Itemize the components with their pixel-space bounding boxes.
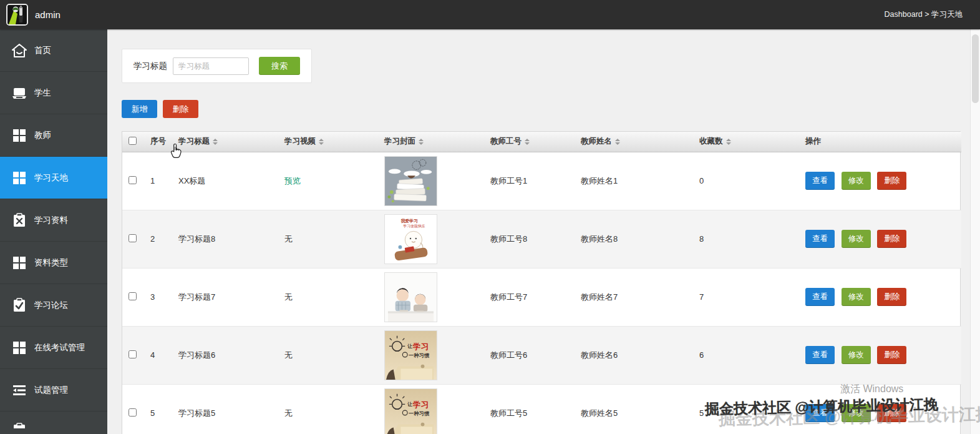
sidebar-item-learning-world[interactable]: 学习天地 [0,157,107,199]
column-header-favorites[interactable]: 收藏数 [694,132,800,152]
edit-button[interactable]: 修改 [842,288,871,306]
sidebar-item-label: 试题管理 [34,385,68,396]
sidebar-item-label: 学习天地 [34,172,68,184]
column-header-cover[interactable]: 学习封面 [379,132,485,152]
table-row: 4 学习标题6 无 让 学习 [122,326,961,384]
column-header-title[interactable]: 学习标题 [173,132,279,152]
cell-video: 无 [279,326,379,384]
cell-teacher-name: 教师姓名6 [576,326,694,384]
sidebar-item-question-management[interactable]: 试题管理 [0,369,107,412]
study-habit-wall-cover: 让 学习 一种习惯 [384,388,437,434]
study-habit-wall-cover: 让 学习 一种习惯 [384,330,437,380]
clipboard-x-icon [11,212,27,229]
cell-index: 4 [145,326,173,384]
view-button[interactable]: 查看 [805,230,835,248]
svg-text:让: 让 [407,343,412,349]
view-button[interactable]: 查看 [805,346,835,364]
cell-teacher-name: 教师姓名7 [576,268,694,326]
view-button[interactable]: 查看 [805,288,835,306]
cell-favorites: 8 [694,210,800,268]
sidebar-item-teachers[interactable]: 教师 [0,114,107,157]
cell-teacher-name: 教师姓名1 [576,152,694,210]
grid-icon [11,169,27,186]
children-study-cover [384,272,437,322]
scrollbar-thumb[interactable] [972,34,979,103]
row-checkbox[interactable] [129,292,137,300]
svg-text:我爱学习: 我爱学习 [400,218,417,223]
add-button[interactable]: 新增 [122,100,157,118]
grid-icon [11,127,27,144]
sort-icon[interactable] [419,139,424,145]
cell-teacher-id: 教师工号1 [485,152,576,210]
sidebar: 首页 学生 教师 学习天地 学习资料 [0,29,107,434]
user-menu[interactable]: admin [6,3,61,26]
username: admin [35,9,61,20]
table-row: 1 XX标题 预览 [122,152,961,210]
cell-teacher-id: 教师工号8 [485,210,576,268]
column-header-index: 序号 [145,132,173,152]
svg-text:学习使我快乐: 学习使我快乐 [403,224,425,229]
sidebar-item-label: 在线考试管理 [34,342,85,353]
row-checkbox[interactable] [129,176,137,184]
column-header-actions: 操作 [800,132,961,152]
sort-icon[interactable] [319,139,324,145]
data-table: 序号 学习标题 学习视频 学习封面 教师工号 教师姓名 收藏数 操作 1 [122,131,961,434]
student-icon [11,84,27,101]
sidebar-item-home[interactable]: 首页 [0,29,107,72]
row-delete-button[interactable]: 删除 [877,230,906,248]
column-header-video[interactable]: 学习视频 [279,132,379,152]
sidebar-item-students[interactable]: 学生 [0,72,107,114]
outdent-icon [11,382,27,398]
cell-teacher-id: 教师工号7 [485,268,576,326]
cell-index: 2 [145,210,173,268]
clipboard-icon [11,422,27,428]
sidebar-item-partial[interactable] [0,412,107,428]
sort-icon[interactable] [525,139,530,145]
search-label: 学习标题 [133,61,167,72]
row-delete-button[interactable]: 删除 [877,288,906,306]
cell-teacher-id: 教师工号6 [485,326,576,384]
column-header-teacher-name[interactable]: 教师姓名 [576,132,694,152]
sidebar-item-material-types[interactable]: 资料类型 [0,242,107,284]
sort-icon[interactable] [213,139,218,145]
sidebar-item-learning-materials[interactable]: 学习资料 [0,199,107,242]
edit-button[interactable]: 修改 [842,346,871,364]
sort-icon[interactable] [615,139,620,145]
avatar [6,4,28,26]
home-icon [11,42,27,59]
sidebar-item-label: 学习资料 [34,215,68,226]
row-checkbox[interactable] [129,408,137,417]
search-input[interactable] [173,57,249,75]
sort-icon[interactable] [726,139,731,145]
avatar-image [7,5,27,24]
view-button[interactable]: 查看 [805,172,835,190]
activate-windows-watermark: 激活 Windows [840,383,903,396]
row-checkbox[interactable] [129,234,137,242]
breadcrumb[interactable]: Dashboard > 学习天地 [885,0,963,29]
column-header-teacher-id[interactable]: 教师工号 [485,132,576,152]
sidebar-item-learning-forum[interactable]: 学习论坛 [0,284,107,327]
cell-title: 学习标题5 [173,384,279,434]
search-button[interactable]: 搜索 [259,57,300,75]
page: admin Dashboard > 学习天地 首页 学生 教师 [0,0,980,434]
row-delete-button[interactable]: 删除 [877,172,906,190]
edit-button[interactable]: 修改 [842,230,871,248]
main-content: 学习标题 搜索 新增 删除 序号 学习标题 学习视频 学习封面 教师工号 [107,29,970,434]
cell-title: 学习标题8 [173,210,279,268]
svg-text:学习: 学习 [412,342,429,351]
select-all-checkbox[interactable] [129,137,137,145]
row-delete-button[interactable]: 删除 [877,346,906,364]
table-header-row: 序号 学习标题 学习视频 学习封面 教师工号 教师姓名 收藏数 操作 [122,132,961,152]
sidebar-item-online-exam[interactable]: 在线考试管理 [0,327,107,369]
cell-video: 无 [279,384,379,434]
cell-favorites: 0 [694,152,800,210]
edit-button[interactable]: 修改 [842,172,871,190]
cell-favorites: 7 [694,268,800,326]
delete-button[interactable]: 删除 [163,100,198,118]
video-preview-link[interactable]: 预览 [284,176,301,185]
svg-text:学习: 学习 [412,400,429,409]
row-checkbox[interactable] [129,350,137,358]
sidebar-item-label: 学生 [34,87,51,99]
cell-video: 无 [279,210,379,268]
vertical-scrollbar[interactable] [970,29,980,434]
